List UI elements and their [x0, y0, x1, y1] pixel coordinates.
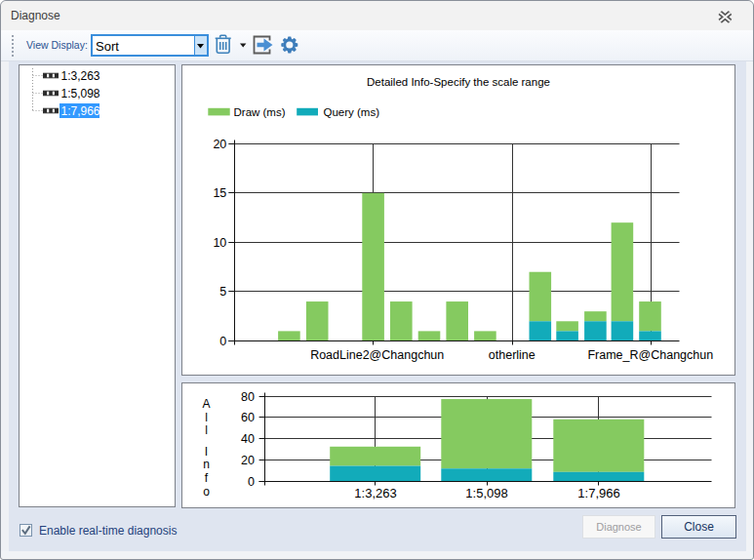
svg-text:otherline: otherline: [489, 348, 536, 362]
svg-text:Query (ms): Query (ms): [324, 106, 380, 118]
svg-text:f: f: [205, 471, 209, 485]
svg-text:I: I: [205, 445, 208, 459]
svg-text:Detailed Info-Specify the scal: Detailed Info-Specify the scale range: [367, 76, 550, 88]
svg-text:Frame_R@Changchun: Frame_R@Changchun: [587, 348, 713, 362]
svg-text:1:3,263: 1:3,263: [354, 486, 396, 500]
svg-text:Draw (ms): Draw (ms): [234, 106, 286, 118]
svg-text:10: 10: [213, 236, 226, 250]
svg-text:0: 0: [219, 335, 226, 348]
svg-text:15: 15: [213, 186, 226, 200]
svg-text:60: 60: [241, 411, 255, 424]
svg-text:1:3,263: 1:3,263: [61, 69, 100, 83]
svg-text:1:5,098: 1:5,098: [61, 87, 100, 100]
svg-text:20: 20: [241, 454, 255, 467]
svg-text:l: l: [205, 411, 208, 424]
svg-text:0: 0: [248, 475, 255, 489]
svg-text:5: 5: [219, 285, 226, 299]
svg-text:1:7,966: 1:7,966: [61, 104, 100, 118]
svg-text:1:5,098: 1:5,098: [465, 486, 507, 500]
svg-text:80: 80: [241, 390, 255, 404]
svg-text:o: o: [203, 485, 210, 499]
svg-text:RoadLine2@Changchun: RoadLine2@Changchun: [310, 348, 444, 362]
svg-text:n: n: [203, 458, 210, 471]
svg-text:1:7,966: 1:7,966: [577, 486, 619, 500]
svg-text:l: l: [205, 423, 208, 437]
svg-text:40: 40: [241, 432, 255, 446]
svg-text:A: A: [202, 397, 210, 411]
svg-text:20: 20: [213, 138, 226, 151]
